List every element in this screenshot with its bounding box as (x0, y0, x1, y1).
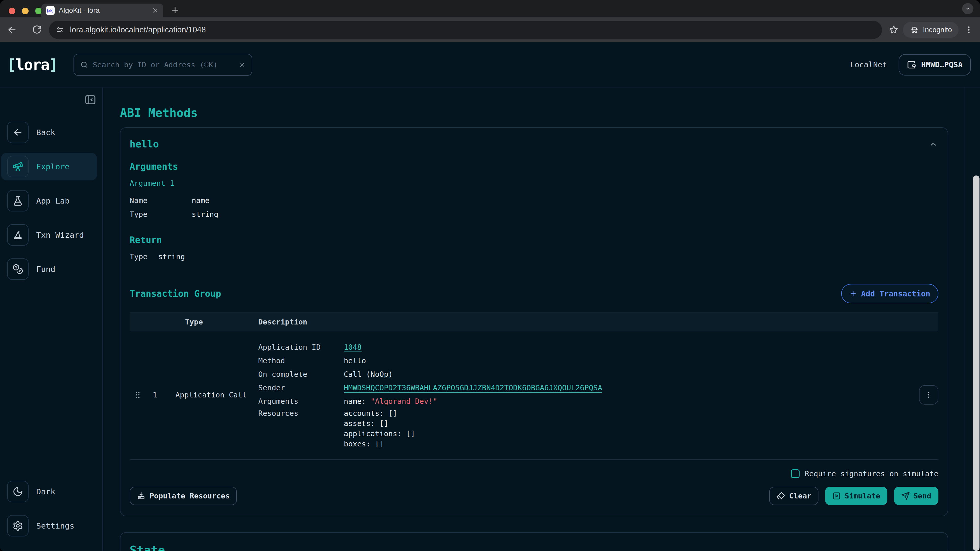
field-sender: Sender HMWDSHQCOPD2T36WBAHLAZ6PO5GDJJZBN… (258, 381, 910, 395)
sidebar-item-settings[interactable]: Settings (1, 512, 97, 540)
app-body: Back Explore App Lab (0, 87, 980, 551)
page-scrollbar[interactable] (973, 176, 980, 551)
tab-close-icon[interactable] (151, 7, 159, 14)
search-clear-icon[interactable] (239, 62, 245, 68)
drag-handle-icon[interactable] (134, 391, 142, 399)
sidebar-item-label: Back (36, 128, 56, 137)
require-signatures-checkbox[interactable] (791, 469, 800, 478)
bookmark-star-icon[interactable] (889, 25, 899, 35)
app-lab-icon-box (7, 190, 29, 211)
sidebar-item-fund[interactable]: Fund (1, 256, 97, 283)
argument-row-value: name (192, 194, 210, 207)
require-signatures-label: Require signatures on simulate (805, 469, 939, 478)
arguments-heading: Arguments (130, 162, 939, 171)
add-transaction-label: Add Transaction (861, 289, 930, 298)
browser-toolbar: lora.algokit.io/localnet/application/104… (0, 17, 980, 42)
transaction-row: 1 Application Call Application ID 1048 M… (130, 331, 939, 460)
transaction-description: Application ID 1048 Method hello On comp… (258, 341, 910, 449)
simulate-button[interactable]: Simulate (825, 487, 887, 505)
wallet-icon (907, 60, 916, 70)
argument-row-label: Type (130, 207, 192, 221)
sidebar-item-label: Explore (36, 162, 70, 171)
incognito-icon (910, 25, 919, 35)
state-heading: State (130, 543, 939, 551)
simulate-label: Simulate (845, 492, 880, 500)
populate-resources-button[interactable]: Populate Resources (130, 487, 237, 505)
argument-row-label: Name (130, 194, 192, 207)
field-value: hello (344, 354, 366, 368)
add-transaction-button[interactable]: Add Transaction (841, 284, 939, 303)
row-menu-button[interactable] (919, 385, 939, 405)
new-tab-icon[interactable] (170, 6, 180, 15)
maximize-window-button[interactable] (35, 8, 42, 14)
site-settings-icon[interactable] (56, 25, 64, 34)
transaction-actions: Populate Resources Clear (130, 487, 939, 505)
return-row: Type string (130, 252, 939, 261)
sidebar-item-back[interactable]: Back (1, 119, 97, 146)
field-label: Arguments (258, 395, 344, 408)
window-controls-chevron-icon[interactable] (962, 3, 974, 14)
return-row-label: Type (130, 252, 148, 261)
page-title: ABI Methods (120, 106, 948, 120)
wallet-button[interactable]: HMWD…PQSA (899, 54, 971, 76)
sidebar-nav: Back Explore App Lab (0, 119, 102, 283)
tab-strip: [ak] AlgoKit - lora (0, 0, 980, 17)
field-on-complete: On complete Call (NoOp) (258, 368, 910, 381)
reload-icon[interactable] (32, 25, 41, 35)
transaction-index: 1 (146, 391, 164, 399)
minimize-window-button[interactable] (22, 8, 29, 14)
url-bar[interactable]: lora.algokit.io/localnet/application/104… (49, 21, 882, 39)
sidebar-item-txn-wizard[interactable]: Txn Wizard (1, 221, 97, 249)
incognito-label: Incognito (923, 26, 952, 34)
sidebar-item-theme-dark[interactable]: Dark (1, 478, 97, 505)
collapse-sidebar-icon[interactable] (84, 94, 97, 106)
lora-app: [lora] Search by ID or Address (⌘K) Loca… (0, 42, 980, 551)
main-content: ABI Methods hello Arguments Argument 1 N… (103, 87, 964, 551)
coins-icon (13, 264, 23, 275)
send-button[interactable]: Send (894, 487, 939, 505)
field-application-id: Application ID 1048 (258, 341, 910, 354)
sidebar-footer: Dark Settings (0, 478, 102, 540)
require-signatures-row: Require signatures on simulate (130, 469, 939, 478)
field-value: Call (NoOp) (344, 368, 393, 381)
logo-text: lora (16, 56, 49, 73)
logo-bracket: ] (49, 56, 58, 73)
app-header: [lora] Search by ID or Address (⌘K) Loca… (0, 42, 980, 87)
field-label: On complete (258, 368, 344, 381)
clear-button[interactable]: Clear (769, 487, 818, 505)
close-window-button[interactable] (9, 8, 15, 14)
sidebar-item-explore[interactable]: Explore (1, 153, 97, 180)
back-icon[interactable] (6, 24, 18, 35)
eraser-icon (776, 492, 785, 500)
sidebar-item-app-lab[interactable]: App Lab (1, 187, 97, 214)
tab-favicon: [ak] (46, 6, 55, 15)
resources-values: accounts: [] assets: [] applications: []… (344, 408, 415, 449)
sidebar-item-label: Fund (36, 265, 56, 274)
application-id-link[interactable]: 1048 (344, 341, 362, 354)
send-label: Send (913, 492, 931, 500)
wallet-address: HMWD…PQSA (921, 60, 963, 69)
browser-menu-icon[interactable] (964, 25, 974, 35)
browser-tab[interactable]: [ak] AlgoKit - lora (41, 3, 163, 17)
populate-resources-label: Populate Resources (150, 492, 230, 500)
send-icon (901, 492, 910, 500)
fund-icon-box (7, 259, 29, 280)
resource-applications: applications: [] (344, 429, 415, 439)
download-tray-icon (137, 492, 145, 500)
field-method: Method hello (258, 354, 910, 368)
abi-method-card: hello Arguments Argument 1 Name name Typ… (120, 127, 948, 516)
network-label[interactable]: LocalNet (850, 60, 887, 69)
chevron-up-icon[interactable] (928, 139, 939, 149)
transaction-group-heading: Transaction Group (130, 289, 221, 299)
transaction-group-header: Transaction Group Add Transaction (130, 284, 939, 303)
method-card-header: hello (130, 138, 939, 150)
incognito-badge: Incognito (903, 22, 959, 38)
return-heading: Return (130, 235, 939, 245)
play-square-icon (832, 492, 841, 500)
lora-logo[interactable]: [lora] (7, 56, 58, 73)
search-input[interactable]: Search by ID or Address (⌘K) (73, 54, 252, 76)
sender-address-link[interactable]: HMWDSHQCOPD2T36WBAHLAZ6PO5GDJJZBN4D2TODK… (344, 381, 602, 395)
right-actions: Clear Simulate (769, 487, 939, 505)
argument-row-value: string (192, 207, 218, 221)
dark-icon-box (7, 481, 29, 502)
